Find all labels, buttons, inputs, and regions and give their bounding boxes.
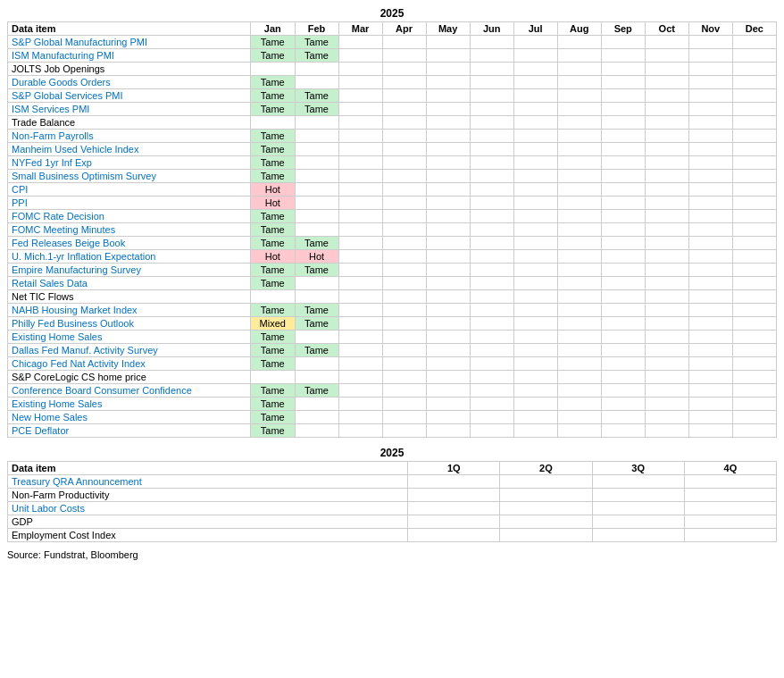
monthly-label-link[interactable]: Existing Home Sales xyxy=(12,331,103,342)
monthly-aug xyxy=(557,156,601,170)
monthly-oct xyxy=(645,344,688,357)
monthly-mar xyxy=(338,290,382,304)
monthly-label-link[interactable]: CPI xyxy=(12,184,28,195)
monthly-label-link[interactable]: Durable Goods Orders xyxy=(12,77,111,88)
monthly-row: PCE DeflatorTame xyxy=(8,424,777,438)
monthly-label-link[interactable]: S&P Global Services PMI xyxy=(12,90,123,101)
monthly-feb xyxy=(295,277,338,290)
monthly-nov xyxy=(688,357,732,371)
monthly-label-link[interactable]: Philly Fed Business Outlook xyxy=(12,318,134,329)
monthly-label-link[interactable]: Dallas Fed Manuf. Activity Survey xyxy=(12,345,158,356)
quarterly-4q xyxy=(684,502,776,515)
monthly-row: S&P Global Manufacturing PMITameTame xyxy=(8,36,777,49)
monthly-aug xyxy=(557,250,601,264)
monthly-oct xyxy=(645,156,688,170)
monthly-dec xyxy=(732,223,776,237)
monthly-jul xyxy=(513,183,557,197)
monthly-oct xyxy=(645,130,688,143)
quarterly-label-link[interactable]: Treasury QRA Announcement xyxy=(12,476,142,487)
monthly-label-link[interactable]: Fed Releases Beige Book xyxy=(12,238,125,248)
monthly-aug xyxy=(557,304,601,317)
monthly-sep xyxy=(601,384,645,398)
monthly-nov xyxy=(688,183,732,197)
monthly-label-link[interactable]: Existing Home Sales xyxy=(12,398,103,409)
monthly-sep xyxy=(601,277,645,290)
monthly-aug xyxy=(557,143,601,156)
monthly-label: JOLTS Job Openings xyxy=(8,63,251,76)
monthly-may xyxy=(426,223,470,237)
monthly-nov xyxy=(688,424,732,438)
monthly-label-link[interactable]: ISM Manufacturing PMI xyxy=(12,50,114,61)
monthly-sep xyxy=(601,36,645,49)
monthly-label: Conference Board Consumer Confidence xyxy=(8,384,251,398)
monthly-aug xyxy=(557,290,601,304)
monthly-apr xyxy=(382,398,426,411)
monthly-mar xyxy=(338,210,382,223)
monthly-dec xyxy=(732,411,776,424)
monthly-row: S&P CoreLogic CS home price xyxy=(8,371,777,384)
monthly-label-link[interactable]: ISM Services PMI xyxy=(12,104,89,114)
monthly-label-link[interactable]: Empire Manufacturing Survey xyxy=(12,264,141,275)
monthly-aug xyxy=(557,89,601,103)
monthly-apr xyxy=(382,277,426,290)
monthly-oct xyxy=(645,357,688,371)
monthly-apr xyxy=(382,384,426,398)
monthly-label-link[interactable]: Small Business Optimism Survey xyxy=(12,171,156,181)
monthly-label-link[interactable]: FOMC Rate Decision xyxy=(12,211,104,222)
monthly-label-link[interactable]: U. Mich.1-yr Inflation Expectation xyxy=(12,251,155,262)
monthly-label-link[interactable]: Manheim Used Vehicle Index xyxy=(12,144,138,155)
monthly-may xyxy=(426,250,470,264)
monthly-nov xyxy=(688,304,732,317)
monthly-col-feb: Feb xyxy=(295,22,338,36)
quarterly-col-3q: 3Q xyxy=(592,462,684,475)
monthly-row: Philly Fed Business OutlookMixedTame xyxy=(8,317,777,331)
monthly-dec xyxy=(732,210,776,223)
monthly-col-mar: Mar xyxy=(338,22,382,36)
monthly-mar xyxy=(338,264,382,277)
monthly-label-link[interactable]: New Home Sales xyxy=(12,412,88,423)
quarterly-2q xyxy=(500,529,592,542)
monthly-label-link[interactable]: Chicago Fed Nat Activity Index xyxy=(12,358,146,369)
monthly-jan xyxy=(251,63,295,76)
monthly-nov xyxy=(688,143,732,156)
monthly-aug xyxy=(557,63,601,76)
monthly-label-link[interactable]: S&P Global Manufacturing PMI xyxy=(12,37,147,47)
monthly-jan: Tame xyxy=(251,36,295,49)
monthly-label-link[interactable]: Retail Sales Data xyxy=(12,278,88,289)
monthly-apr xyxy=(382,49,426,63)
monthly-mar xyxy=(338,36,382,49)
monthly-dec xyxy=(732,237,776,250)
monthly-oct xyxy=(645,237,688,250)
monthly-jun xyxy=(470,344,513,357)
monthly-mar xyxy=(338,197,382,210)
monthly-feb: Hot xyxy=(295,250,338,264)
monthly-label-link[interactable]: FOMC Meeting Minutes xyxy=(12,224,115,235)
monthly-jan: Tame xyxy=(251,103,295,116)
monthly-label-link[interactable]: Conference Board Consumer Confidence xyxy=(12,385,192,396)
monthly-sep xyxy=(601,304,645,317)
monthly-jan: Mixed xyxy=(251,317,295,331)
monthly-nov xyxy=(688,36,732,49)
monthly-oct xyxy=(645,223,688,237)
monthly-feb: Tame xyxy=(295,103,338,116)
monthly-jul xyxy=(513,197,557,210)
monthly-aug xyxy=(557,223,601,237)
quarterly-4q xyxy=(684,529,776,542)
monthly-row: Durable Goods OrdersTame xyxy=(8,76,777,89)
monthly-label-link[interactable]: NAHB Housing Market Index xyxy=(12,305,138,315)
monthly-row: ISM Services PMITameTame xyxy=(8,103,777,116)
quarterly-label-link[interactable]: Unit Labor Costs xyxy=(12,503,85,514)
monthly-table: Data itemJanFebMarAprMayJunJulAugSepOctN… xyxy=(7,21,777,438)
monthly-label: Empire Manufacturing Survey xyxy=(8,264,251,277)
monthly-sep xyxy=(601,183,645,197)
monthly-may xyxy=(426,264,470,277)
monthly-col-jul: Jul xyxy=(513,22,557,36)
monthly-jan: Tame xyxy=(251,210,295,223)
monthly-label-link[interactable]: PPI xyxy=(12,197,28,208)
monthly-jan: Tame xyxy=(251,304,295,317)
monthly-label-link[interactable]: NYFed 1yr Inf Exp xyxy=(12,157,92,168)
monthly-feb: Tame xyxy=(295,36,338,49)
monthly-label-link[interactable]: Non-Farm Payrolls xyxy=(12,130,94,141)
monthly-label: Trade Balance xyxy=(8,116,251,130)
monthly-label-link[interactable]: PCE Deflator xyxy=(12,425,69,436)
